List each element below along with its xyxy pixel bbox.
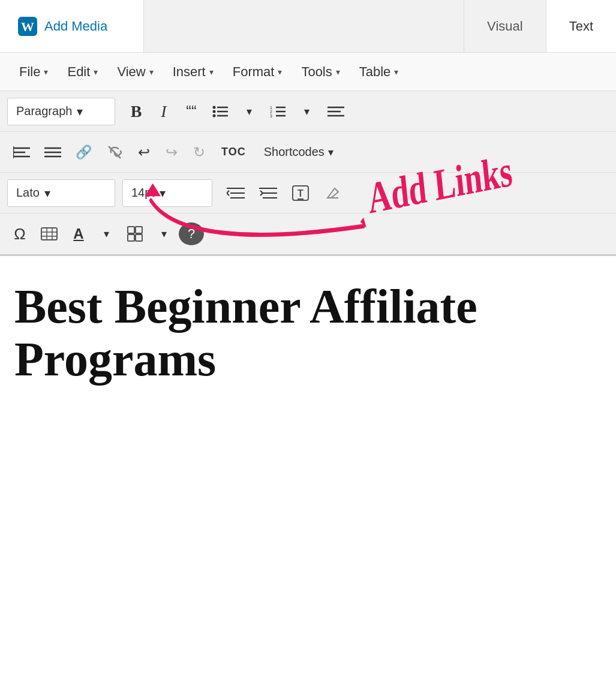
unordered-list-button[interactable] bbox=[206, 99, 234, 124]
alignment-button[interactable] bbox=[321, 99, 350, 124]
insert-link-button[interactable]: 🔗 bbox=[70, 140, 98, 165]
svg-rect-37 bbox=[41, 228, 57, 240]
editor-area[interactable]: Best Beginner Affiliate Programs bbox=[0, 256, 616, 496]
format-button[interactable]: T bbox=[286, 180, 315, 206]
format-arrow-icon: ▾ bbox=[278, 67, 282, 77]
tools-arrow-icon: ▾ bbox=[336, 67, 340, 77]
font-size-select[interactable]: 14pt ▾ bbox=[122, 179, 212, 207]
font-color-button[interactable]: A bbox=[66, 221, 91, 246]
table-layout-button[interactable] bbox=[35, 221, 64, 246]
add-media-label: Add Media bbox=[44, 19, 107, 34]
menu-edit[interactable]: Edit ▾ bbox=[58, 53, 107, 91]
toc-button[interactable]: TOC bbox=[214, 140, 253, 165]
ordered-list-dropdown[interactable]: ▾ bbox=[294, 99, 319, 124]
toolbar-row-1: Paragraph ▾ B I ““ ▾ 123 ▾ bbox=[0, 91, 616, 132]
menu-table[interactable]: Table ▾ bbox=[350, 53, 408, 91]
svg-point-7 bbox=[213, 114, 216, 117]
editor-title: Best Beginner Affiliate Programs bbox=[14, 280, 602, 386]
align-left-button[interactable] bbox=[7, 140, 36, 165]
svg-text:2: 2 bbox=[270, 110, 272, 114]
svg-text:W: W bbox=[21, 19, 34, 34]
svg-text:1: 1 bbox=[270, 106, 272, 110]
svg-rect-44 bbox=[128, 234, 134, 241]
blockquote-button[interactable]: ““ bbox=[179, 99, 204, 124]
wordpress-media-icon: W bbox=[17, 16, 38, 37]
add-media-button[interactable]: W Add Media bbox=[0, 0, 144, 52]
tab-text[interactable]: Text bbox=[546, 0, 616, 52]
redo-button[interactable]: ↪ bbox=[159, 140, 184, 165]
svg-text:T: T bbox=[298, 188, 304, 198]
list-dropdown-button[interactable]: ▾ bbox=[236, 99, 262, 124]
paragraph-arrow-icon: ▾ bbox=[77, 104, 83, 119]
tab-visual[interactable]: Visual bbox=[464, 0, 546, 52]
insert-arrow-icon: ▾ bbox=[209, 67, 214, 77]
svg-point-6 bbox=[213, 110, 216, 113]
view-tabs: Visual Text bbox=[464, 0, 616, 52]
refresh-button[interactable]: ↻ bbox=[187, 140, 212, 165]
grid-dropdown[interactable]: ▾ bbox=[151, 221, 176, 246]
grid-button[interactable] bbox=[121, 221, 149, 246]
eraser-button[interactable] bbox=[318, 180, 347, 206]
shortcodes-button[interactable]: Shortcodes ▾ bbox=[256, 142, 342, 163]
decrease-indent-button[interactable] bbox=[221, 180, 251, 206]
menu-format[interactable]: Format ▾ bbox=[223, 53, 292, 91]
ordered-list-button[interactable]: 123 bbox=[264, 99, 292, 124]
shortcodes-arrow-icon: ▾ bbox=[328, 146, 333, 159]
help-button[interactable]: ? bbox=[179, 222, 204, 245]
svg-rect-43 bbox=[136, 227, 142, 233]
menu-view[interactable]: View ▾ bbox=[107, 53, 163, 91]
italic-button[interactable]: I bbox=[151, 99, 176, 124]
wordpress-editor: W Add Media Visual Text File ▾ Edit ▾ Vi… bbox=[0, 0, 616, 496]
toolbar-row-4: Ω A ▾ ▾ ? bbox=[0, 213, 616, 254]
svg-rect-42 bbox=[128, 227, 134, 233]
toolbar: Paragraph ▾ B I ““ ▾ 123 ▾ bbox=[0, 91, 616, 256]
increase-indent-button[interactable] bbox=[253, 180, 283, 206]
table-arrow-icon: ▾ bbox=[394, 67, 398, 77]
align-justify-button[interactable] bbox=[38, 140, 67, 165]
menu-insert[interactable]: Insert ▾ bbox=[163, 53, 223, 91]
edit-arrow-icon: ▾ bbox=[94, 67, 98, 77]
font-color-dropdown[interactable]: ▾ bbox=[94, 221, 119, 246]
view-arrow-icon: ▾ bbox=[149, 67, 154, 77]
font-family-select[interactable]: Lato ▾ bbox=[7, 179, 115, 207]
toolbar-row-3: Lato ▾ 14pt ▾ T bbox=[0, 173, 616, 213]
special-chars-button[interactable]: Ω bbox=[7, 221, 32, 246]
bold-button[interactable]: B bbox=[124, 99, 149, 124]
remove-link-button[interactable] bbox=[100, 140, 129, 165]
toolbar-row-2: 🔗 ↩ ↪ ↻ TOC Shortcodes ▾ bbox=[0, 132, 616, 173]
menu-file[interactable]: File ▾ bbox=[10, 53, 58, 91]
undo-button[interactable]: ↩ bbox=[131, 140, 157, 165]
size-arrow-icon: ▾ bbox=[160, 186, 166, 200]
svg-point-5 bbox=[213, 106, 216, 109]
file-arrow-icon: ▾ bbox=[44, 67, 48, 77]
menu-bar: File ▾ Edit ▾ View ▾ Insert ▾ Format ▾ T… bbox=[0, 53, 616, 91]
paragraph-style-select[interactable]: Paragraph ▾ bbox=[7, 98, 115, 125]
font-arrow-icon: ▾ bbox=[44, 186, 50, 200]
menu-tools[interactable]: Tools ▾ bbox=[292, 53, 349, 91]
top-bar: W Add Media Visual Text bbox=[0, 0, 616, 53]
svg-text:3: 3 bbox=[270, 114, 272, 118]
svg-rect-45 bbox=[136, 234, 142, 241]
